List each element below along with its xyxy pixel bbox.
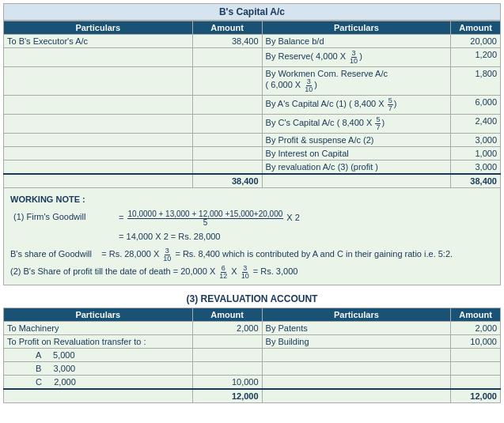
rev-left-particulars-1: To Profit on Revaluation transfer to : (4, 335, 193, 349)
right-amount-1: 1,200 (451, 48, 501, 67)
right-particulars-5: By Profit & suspense A/c (2) (262, 134, 451, 147)
col-header-particulars-right: Particulars (262, 21, 451, 35)
rev-left-particulars-4: C 2,000 (4, 376, 193, 390)
left-amount-2 (192, 67, 262, 96)
wn-profit: (2) B's Share of profit till the date of… (10, 265, 494, 280)
rev-right-particulars-2 (262, 349, 451, 362)
left-total-value: 38,400 (192, 174, 262, 188)
rev-right-total-value: 12,000 (451, 389, 501, 403)
left-amount-7 (192, 161, 262, 175)
right-amount-0: 20,000 (451, 35, 501, 48)
left-amount-4 (192, 115, 262, 134)
left-total-label (4, 174, 193, 188)
col-header-amount-right: Amount (451, 21, 501, 35)
rev-left-amount-3 (192, 362, 262, 376)
rev-col-header-particulars-right: Particulars (262, 308, 451, 322)
rev-col-header-particulars-left: Particulars (4, 308, 193, 322)
rev-left-total-value: 12,000 (192, 389, 262, 403)
rev-right-particulars-4 (262, 376, 451, 390)
rev-left-amount-1 (192, 335, 262, 349)
right-amount-4: 2,400 (451, 115, 501, 134)
revaluation-table: Particulars Amount Particulars Amount To… (3, 308, 501, 403)
left-particulars-1 (4, 48, 193, 67)
rev-left-total-label (4, 389, 193, 403)
rev-col-header-amount-left: Amount (192, 308, 262, 322)
rev-right-amount-0: 2,000 (451, 322, 501, 335)
right-particulars-3: By A's Capital A/c (1) ( 8,400 X 57) (262, 96, 451, 115)
wn-goodwill-label: (1) Firm's Goodwill (10, 209, 113, 228)
left-amount-1 (192, 48, 262, 67)
right-total-value: 38,400 (451, 174, 501, 188)
rev-right-total-label (262, 389, 451, 403)
rev-right-particulars-3 (262, 362, 451, 376)
rev-right-particulars-0: By Patents (262, 322, 451, 335)
rev-col-header-amount-right: Amount (451, 308, 501, 322)
left-particulars-0: To B's Executor's A/c (4, 35, 193, 48)
rev-right-amount-3 (451, 362, 501, 376)
working-note-section: WORKING NOTE : (1) Firm's Goodwill = 10,… (3, 188, 501, 285)
rev-left-particulars-2: A 5,000 (4, 349, 193, 362)
right-amount-5: 3,000 (451, 134, 501, 147)
rev-left-amount-4: 10,000 (192, 376, 262, 390)
rev-right-amount-4 (451, 376, 501, 390)
capital-ac-title: B's Capital A/c (3, 3, 501, 21)
wn-goodwill-blank (10, 228, 113, 246)
rev-right-particulars-1: By Building (262, 335, 451, 349)
left-particulars-6 (4, 147, 193, 161)
right-amount-6: 1,000 (451, 147, 501, 161)
left-particulars-4 (4, 115, 193, 134)
left-amount-0: 38,400 (192, 35, 262, 48)
right-amount-2: 1,800 (451, 67, 501, 96)
right-particulars-7: By revaluation A/c (3) (profit ) (262, 161, 451, 175)
left-amount-3 (192, 96, 262, 115)
rev-left-amount-0: 2,000 (192, 322, 262, 335)
right-amount-3: 6,000 (451, 96, 501, 115)
right-particulars-4: By C's Capital A/c ( 8,400 X 57) (262, 115, 451, 134)
left-amount-6 (192, 147, 262, 161)
left-particulars-5 (4, 134, 193, 147)
right-particulars-6: By Interest on Capital (262, 147, 451, 161)
right-amount-7: 3,000 (451, 161, 501, 175)
working-note-title: WORKING NOTE : (10, 193, 494, 207)
wn-bshare: B's share of Goodwill = Rs. 28,000 X 310… (10, 247, 494, 262)
wn-goodwill-formula: = 10,0000 + 13,000 + 12,000 +15,000+20,0… (113, 209, 494, 228)
left-particulars-7 (4, 161, 193, 175)
rev-left-amount-2 (192, 349, 262, 362)
right-total-label (262, 174, 451, 188)
wn-table: (1) Firm's Goodwill = 10,0000 + 13,000 +… (10, 209, 494, 246)
right-particulars-0: By Balance b/d (262, 35, 451, 48)
capital-ac-table: Particulars Amount Particulars Amount To… (3, 21, 501, 188)
rev-right-amount-2 (451, 349, 501, 362)
col-header-amount-left: Amount (192, 21, 262, 35)
rev-right-amount-1: 10,000 (451, 335, 501, 349)
rev-left-particulars-0: To Machinery (4, 322, 193, 335)
rev-left-particulars-3: B 3,000 (4, 362, 193, 376)
right-particulars-1: By Reserve( 4,000 X 310) (262, 48, 451, 67)
left-amount-5 (192, 134, 262, 147)
revaluation-title: (3) REVALUATION ACCOUNT (3, 290, 501, 308)
left-particulars-2 (4, 67, 193, 96)
left-particulars-3 (4, 96, 193, 115)
wn-goodwill-result: = 14,000 X 2 = Rs. 28,000 (113, 228, 494, 246)
col-header-particulars-left: Particulars (4, 21, 193, 35)
right-particulars-2: By Workmen Com. Reserve A/c ( 6,000 X 31… (262, 67, 451, 96)
